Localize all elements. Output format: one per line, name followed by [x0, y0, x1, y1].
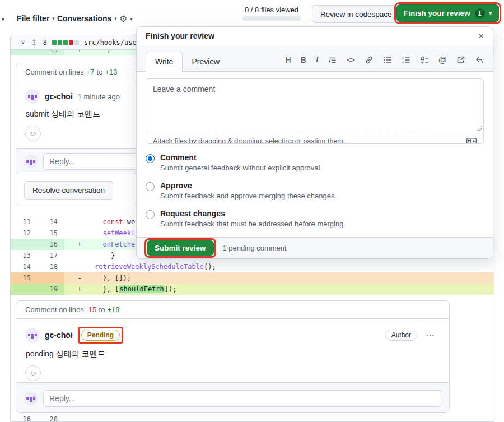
- diff-settings-menu[interactable]: ⚙ ▾: [119, 13, 133, 24]
- conversations-menu[interactable]: Conversations ▾: [57, 14, 117, 23]
- range-label: Comment on lines: [25, 305, 84, 314]
- review-in-codespace-button[interactable]: Review in codespace: [312, 5, 400, 23]
- file-filter-menu[interactable]: File filter ▾: [17, 14, 55, 23]
- finish-review-popover: Finish your review × Write Preview H B I…: [136, 26, 493, 259]
- ordered-list-icon[interactable]: 12: [402, 55, 410, 64]
- bold-icon[interactable]: B: [301, 55, 306, 64]
- files-viewed-progressbar: [242, 16, 301, 21]
- link-icon[interactable]: [365, 55, 374, 64]
- new-line-number[interactable]: 15: [38, 228, 64, 239]
- conversations-label: Conversations: [57, 14, 111, 23]
- range-from[interactable]: -15: [86, 305, 97, 314]
- old-line-number[interactable]: 15: [11, 272, 38, 284]
- file-path[interactable]: src/hooks/use: [84, 39, 137, 47]
- add-reaction-button[interactable]: ☺: [25, 365, 41, 381]
- new-line-number[interactable]: 16: [38, 239, 64, 250]
- clipped-diff-row: 16 20: [11, 414, 494, 422]
- option-description: Submit feedback that must be addressed b…: [160, 220, 346, 228]
- new-line-number[interactable]: 14: [38, 216, 64, 228]
- truncated-control-caret-icon[interactable]: ▾: [2, 16, 4, 22]
- review-comment-textarea[interactable]: [146, 79, 483, 133]
- diffstat-icon: [52, 40, 79, 45]
- chevron-down-icon: ▾: [489, 11, 492, 16]
- reply-icon[interactable]: [475, 55, 484, 64]
- range-from[interactable]: +7: [86, 68, 95, 76]
- option-comment[interactable]: Comment Submit general feedback without …: [146, 153, 484, 172]
- new-line-number[interactable]: 19: [38, 284, 64, 295]
- option-approve[interactable]: Approve Submit feedback and approve merg…: [146, 181, 484, 200]
- diff-row: 14 18 retrieveWeeklyScheduleTable();: [11, 261, 494, 272]
- diff-row-deleted: 15 - }, []);: [11, 272, 494, 284]
- range-to-word: to: [99, 305, 105, 314]
- chevron-down-icon: ▾: [130, 16, 133, 22]
- new-line-number[interactable]: 17: [38, 250, 64, 261]
- new-line-number[interactable]: 18: [38, 261, 64, 272]
- mention-icon[interactable]: @: [438, 55, 447, 64]
- option-request-changes[interactable]: Request changes Submit feedback that mus…: [146, 209, 484, 228]
- quote-icon[interactable]: [328, 55, 337, 64]
- attach-hint: Attach files by dragging & dropping, sel…: [153, 137, 345, 145]
- old-line-number[interactable]: 16: [11, 414, 38, 422]
- new-line-number[interactable]: [38, 272, 64, 284]
- avatar[interactable]: [25, 89, 40, 104]
- italic-icon[interactable]: I: [316, 55, 319, 64]
- old-line-number[interactable]: 12: [11, 228, 38, 239]
- old-line-number[interactable]: 11: [11, 216, 38, 228]
- popover-title: Finish your review: [146, 31, 214, 40]
- avatar: [24, 392, 38, 405]
- markdown-tab-bar: Write Preview H B I <> 12 @: [137, 45, 493, 72]
- tab-write[interactable]: Write: [146, 52, 183, 72]
- submit-review-button[interactable]: Submit review: [147, 240, 214, 256]
- range-to[interactable]: +13: [105, 68, 117, 76]
- reply-section: [16, 382, 449, 413]
- heading-icon[interactable]: H: [286, 55, 291, 64]
- file-filter-label: File filter: [17, 14, 49, 23]
- chevron-down-icon: ▾: [114, 16, 117, 21]
- add-reaction-button[interactable]: ☺: [25, 126, 41, 141]
- review-type-options: Comment Submit general feedback without …: [137, 144, 493, 237]
- tab-preview[interactable]: Preview: [183, 52, 228, 71]
- old-line-number[interactable]: 14: [11, 261, 38, 272]
- new-line-number[interactable]: 20: [38, 414, 64, 422]
- avatar[interactable]: [25, 328, 40, 342]
- comment-author[interactable]: gc-choi: [45, 331, 73, 340]
- range-to-word: to: [97, 68, 103, 76]
- option-label: Approve: [160, 181, 337, 190]
- task-list-icon[interactable]: [420, 55, 429, 64]
- collapse-file-icon[interactable]: ∨: [21, 39, 25, 46]
- review-comment-box: Attach files by dragging & dropping, sel…: [146, 78, 484, 144]
- drag-handle-icon[interactable]: [30, 39, 38, 47]
- radio-icon[interactable]: [146, 210, 155, 219]
- old-line-number[interactable]: 13: [11, 250, 38, 261]
- kebab-menu-icon[interactable]: ⋯: [426, 330, 436, 341]
- changes-count: 8: [43, 39, 47, 47]
- pending-comment-note: 1 pending comment: [223, 244, 287, 252]
- comment-range-header: Comment on lines -15 to +19: [16, 301, 449, 319]
- comment-author[interactable]: gc-choi: [45, 92, 73, 101]
- code-text: retrieveWeeklyScheduleTable();: [95, 261, 494, 272]
- smiley-icon: ☺: [29, 129, 37, 138]
- unordered-list-icon[interactable]: [383, 55, 392, 64]
- old-line-number[interactable]: [11, 284, 38, 295]
- range-label: Comment on lines: [25, 68, 84, 76]
- radio-selected-icon[interactable]: [146, 154, 155, 163]
- markdown-icon: [466, 138, 477, 145]
- option-label: Comment: [160, 153, 322, 162]
- resolve-conversation-button[interactable]: Resolve conversation: [24, 181, 113, 200]
- annotation-box-pending: Pending: [78, 327, 123, 344]
- finish-review-button[interactable]: Finish your review 1 ▾: [396, 4, 499, 22]
- new-line-number[interactable]: 13: [38, 50, 64, 55]
- comment-timestamp[interactable]: 1 minute ago: [78, 92, 120, 101]
- annotation-box-finish-review: Finish your review 1 ▾: [394, 2, 501, 24]
- code-text: }, []);: [95, 272, 494, 284]
- close-icon[interactable]: ×: [478, 31, 484, 41]
- radio-icon[interactable]: [146, 182, 155, 191]
- svg-text:2: 2: [402, 60, 404, 63]
- old-line-number[interactable]: [11, 239, 38, 250]
- attach-files-row[interactable]: Attach files by dragging & dropping, sel…: [146, 133, 483, 144]
- range-to[interactable]: +19: [107, 305, 119, 314]
- cross-reference-icon[interactable]: [456, 55, 465, 64]
- code-icon[interactable]: <>: [347, 56, 354, 64]
- resize-grip-icon[interactable]: [477, 126, 482, 131]
- reply-input[interactable]: [43, 390, 441, 407]
